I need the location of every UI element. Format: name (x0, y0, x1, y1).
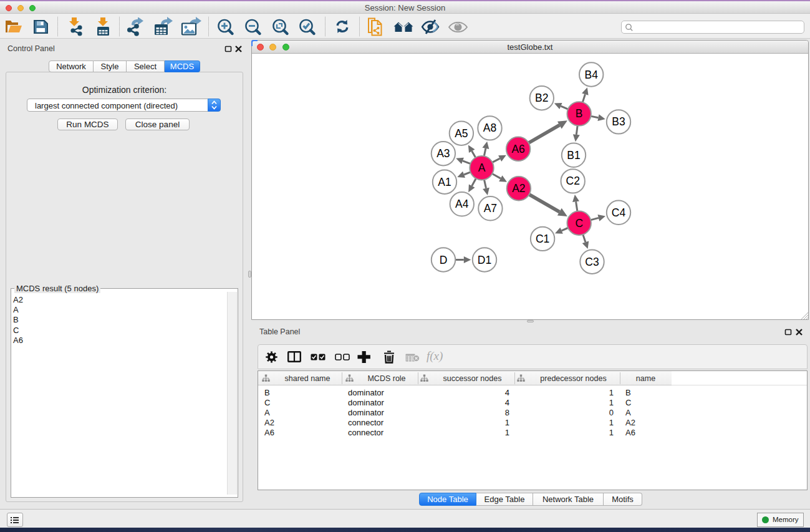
svg-text:B2: B2 (535, 92, 548, 104)
svg-text:C1: C1 (536, 233, 549, 245)
svg-text:C: C (575, 217, 583, 230)
svg-text:C2: C2 (566, 175, 580, 187)
svg-text:A1: A1 (438, 176, 451, 188)
svg-text:A5: A5 (455, 127, 468, 140)
svg-text:A: A (478, 162, 486, 174)
svg-text:A6: A6 (511, 143, 524, 155)
svg-text:B1: B1 (567, 149, 580, 162)
svg-text:B3: B3 (612, 115, 625, 128)
svg-text:C4: C4 (612, 206, 626, 219)
svg-text:A7: A7 (484, 202, 497, 215)
svg-text:A2: A2 (512, 182, 525, 195)
svg-text:A8: A8 (483, 122, 496, 134)
svg-text:A4: A4 (455, 198, 469, 210)
svg-text:D1: D1 (478, 254, 491, 266)
svg-text:B4: B4 (584, 69, 598, 81)
svg-text:C3: C3 (585, 256, 599, 268)
svg-text:B: B (576, 107, 583, 120)
svg-text:A3: A3 (436, 147, 450, 160)
svg-text:D: D (440, 254, 448, 266)
